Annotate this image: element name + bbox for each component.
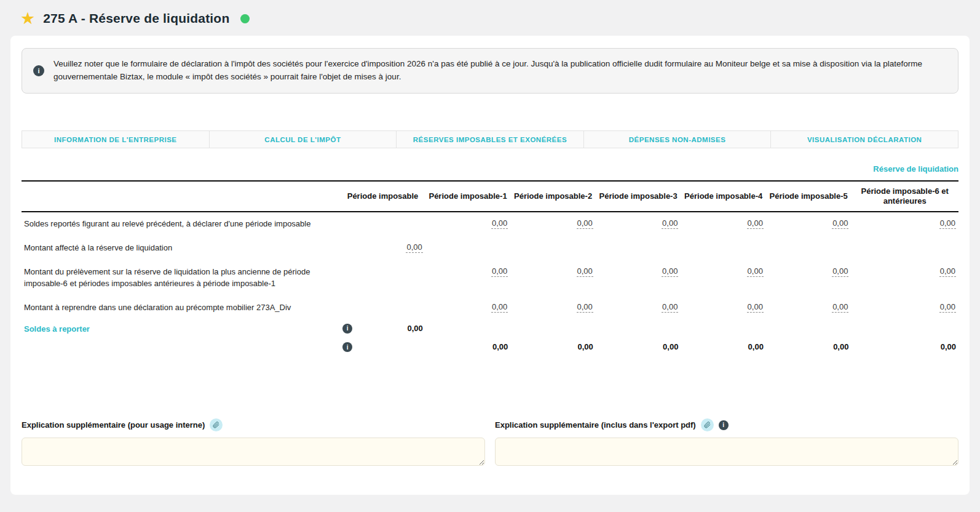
pdf-explanation-textarea[interactable] (495, 438, 958, 466)
amount-field[interactable]: 0,00 (747, 266, 764, 277)
totals-row: Soldes à reporter i 0,00 (22, 320, 958, 339)
status-indicator (240, 14, 250, 23)
amount-field[interactable]: 0,00 (747, 302, 764, 313)
tab-information-entreprise[interactable]: INFORMATION DE L'ENTREPRISE (22, 131, 210, 148)
notice-banner: i Veuillez noter que le formulaire de dé… (22, 48, 958, 94)
total-value: 0,00 (663, 342, 678, 351)
row-label (22, 338, 340, 356)
table-row: Montant affecté à la réserve de liquidat… (22, 236, 958, 260)
column-header: Période imposable (340, 181, 425, 212)
amount-field[interactable]: 0,00 (939, 218, 956, 229)
soldes-a-reporter-link[interactable]: Soldes à reporter (24, 324, 90, 334)
page-header: ★ 275 A - Réserve de liquidation (0, 0, 980, 36)
amount-field[interactable]: 0,00 (577, 218, 593, 229)
amount-field[interactable]: 0,00 (662, 302, 678, 313)
page-title: 275 A - Réserve de liquidation (43, 11, 229, 26)
info-icon[interactable]: i (342, 342, 352, 352)
amount-field[interactable]: 0,00 (662, 218, 678, 229)
total-value: 0,00 (407, 324, 422, 333)
internal-explanation-label: Explication supplémentaire (pour usage i… (22, 420, 205, 430)
notice-text: Veuillez noter que le formulaire de décl… (53, 58, 947, 84)
table-row: Soldes reportés figurant au relevé précé… (22, 212, 958, 236)
table-row: Montant à reprendre dans une déclaration… (22, 296, 958, 320)
total-value: 0,00 (578, 342, 593, 351)
section-link-row: Réserve de liquidation (22, 163, 958, 174)
column-header-empty (22, 181, 340, 212)
amount-field[interactable]: 0,00 (747, 218, 764, 229)
reserve-liquidation-link[interactable]: Réserve de liquidation (873, 164, 958, 174)
internal-explanation-textarea[interactable] (22, 438, 485, 466)
column-header: Période imposable-6 et antérieures (851, 181, 958, 212)
row-label: Soldes reportés figurant au relevé précé… (22, 212, 340, 236)
amount-field[interactable]: 0,00 (832, 302, 848, 313)
row-label: Montant du prélèvement sur la réserve de… (22, 260, 340, 296)
total-value: 0,00 (492, 342, 508, 351)
info-icon[interactable]: i (342, 324, 352, 334)
amount-field[interactable]: 0,00 (832, 266, 848, 277)
amount-field[interactable]: 0,00 (832, 218, 848, 229)
amount-field[interactable]: 0,00 (491, 302, 508, 313)
info-icon: i (33, 65, 44, 76)
amount-field[interactable]: 0,00 (662, 266, 678, 277)
amount-field[interactable]: 0,00 (577, 302, 593, 313)
tab-reserves-imposables[interactable]: RÉSERVES IMPOSABLES ET EXONÉRÉES (397, 131, 584, 148)
amount-field[interactable]: 0,00 (491, 218, 508, 229)
totals-row: i 0,00 0,00 0,00 0,00 0,00 0,00 (22, 338, 958, 356)
liquidation-table: Période imposable Période imposable-1 Pé… (22, 180, 958, 356)
attachment-paperclip-icon[interactable] (210, 418, 223, 431)
amount-field[interactable]: 0,00 (491, 266, 508, 277)
pdf-explanation-label: Explication supplémentaire (inclus dans … (495, 420, 696, 430)
total-value: 0,00 (748, 342, 764, 351)
column-header: Période imposable-2 (510, 181, 596, 212)
attachment-paperclip-icon[interactable] (701, 418, 714, 431)
row-label: Montant affecté à la réserve de liquidat… (22, 236, 340, 260)
tab-bar: INFORMATION DE L'ENTREPRISE CALCUL DE L'… (22, 130, 958, 148)
column-header: Période imposable-3 (596, 181, 681, 212)
column-header: Période imposable-4 (681, 181, 766, 212)
amount-field[interactable]: 0,00 (406, 242, 422, 253)
explanations-section: Explication supplémentaire (pour usage i… (22, 418, 958, 468)
amount-field[interactable]: 0,00 (577, 266, 593, 277)
tab-calcul-impot[interactable]: CALCUL DE L'IMPÔT (210, 131, 397, 148)
table-header-row: Période imposable Période imposable-1 Pé… (22, 181, 958, 212)
table-row: Montant du prélèvement sur la réserve de… (22, 260, 958, 296)
amount-field[interactable]: 0,00 (939, 266, 956, 277)
column-header: Période imposable-1 (425, 181, 511, 212)
main-card: i Veuillez noter que le formulaire de dé… (10, 36, 970, 495)
total-value: 0,00 (833, 342, 848, 351)
column-header: Période imposable-5 (766, 181, 852, 212)
total-value: 0,00 (941, 342, 956, 351)
amount-field[interactable]: 0,00 (939, 302, 956, 313)
favorite-star-icon[interactable]: ★ (20, 10, 35, 27)
row-label: Montant à reprendre dans une déclaration… (22, 296, 340, 320)
tab-visualisation-declaration[interactable]: VISUALISATION DÉCLARATION (771, 131, 958, 148)
info-icon[interactable]: i (719, 420, 729, 430)
tab-depenses-non-admises[interactable]: DÉPENSES NON-ADMISES (584, 131, 772, 148)
